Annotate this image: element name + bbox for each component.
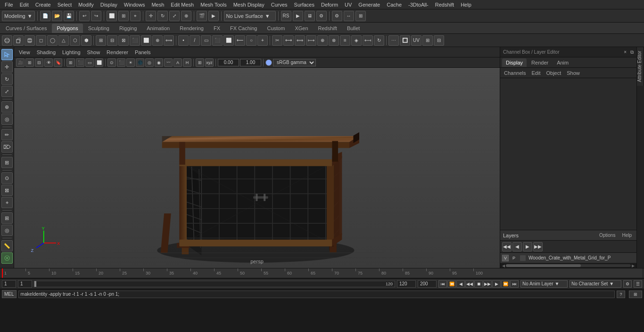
new-scene-btn[interactable]: 📄: [40, 11, 50, 21]
uv-btn[interactable]: UV: [411, 35, 421, 46]
snap-grid-left-btn[interactable]: ⊠: [1, 185, 13, 196]
skip-back-start-btn[interactable]: ⏮: [438, 280, 447, 288]
layers-help-menu[interactable]: Help: [620, 232, 634, 239]
settings-btn[interactable]: ⚙: [623, 280, 632, 288]
flat-shade-btn[interactable]: ▭: [85, 58, 94, 67]
scale-tool-btn-left[interactable]: ⤢: [1, 86, 13, 97]
tab-rendering[interactable]: Rendering: [175, 24, 208, 33]
object-menu[interactable]: Object: [544, 69, 563, 77]
wireframe-btn[interactable]: ⊞: [66, 58, 75, 67]
show-manip-btn[interactable]: ⊞: [1, 157, 13, 168]
hud-btn[interactable]: H: [183, 58, 191, 67]
lighting-btn[interactable]: ☀: [126, 58, 135, 67]
universal-tool-btn[interactable]: ⊕: [181, 11, 191, 21]
scroll-left-btn[interactable]: ◀: [501, 263, 506, 268]
soft-select-btn[interactable]: ◎: [1, 113, 13, 125]
workspace-btn1[interactable]: ⚙: [332, 11, 342, 21]
menu-mesh[interactable]: Mesh: [149, 1, 167, 8]
menu-mesh-display[interactable]: Mesh Display: [231, 1, 267, 8]
menu-file[interactable]: File: [2, 1, 16, 8]
boolean-btn[interactable]: ⊕: [152, 35, 163, 46]
panel-close-btn[interactable]: ×: [624, 49, 627, 55]
next-frame-btn[interactable]: ⏩: [501, 280, 510, 288]
slide-edge-btn[interactable]: ⟼: [306, 35, 316, 46]
total-frames-input[interactable]: [418, 280, 437, 288]
vp-menu-lighting[interactable]: Lighting: [60, 49, 83, 56]
tab-fx-caching[interactable]: FX Caching: [225, 24, 262, 33]
menu-create[interactable]: Create: [33, 1, 54, 8]
render-tab[interactable]: Render: [528, 58, 552, 67]
script-editor-btn[interactable]: ⊞: [629, 291, 642, 298]
snap-point-btn[interactable]: ⊙: [1, 172, 13, 184]
play-back-btn[interactable]: ◀◀: [465, 280, 474, 288]
scale-tool-btn[interactable]: ⤢: [169, 11, 180, 21]
vp-menu-renderer[interactable]: Renderer: [105, 49, 130, 56]
menu-display[interactable]: Display: [98, 1, 120, 8]
vp-menu-shading[interactable]: Shading: [35, 49, 58, 56]
menu-curves[interactable]: Curves: [268, 1, 290, 8]
render-btn-left[interactable]: [1, 252, 13, 264]
play-forward-btn[interactable]: ▶▶: [483, 280, 492, 288]
x-ray-btn[interactable]: ⊙: [107, 58, 116, 67]
lattice-btn[interactable]: ⊠: [118, 35, 129, 46]
stop-btn[interactable]: ⏹: [474, 280, 483, 288]
bridge-btn[interactable]: ⟵: [235, 35, 245, 46]
tab-polygons[interactable]: Polygons: [52, 24, 83, 33]
subdiv-btn[interactable]: ⊞: [96, 35, 106, 46]
shadows-btn[interactable]: 🌑: [136, 58, 144, 67]
split-edge-btn[interactable]: ✂: [272, 35, 282, 46]
menu-generate[interactable]: Generate: [355, 1, 383, 8]
playback-end-input[interactable]: [397, 280, 416, 288]
scale-value-input[interactable]: [240, 59, 261, 66]
preferences-btn[interactable]: ☰: [634, 280, 642, 288]
snap-curve-btn[interactable]: ⌖: [130, 11, 140, 21]
move-tool-btn[interactable]: ✛: [146, 11, 156, 21]
menu-help[interactable]: Help: [458, 1, 474, 8]
menu-cache[interactable]: Cache: [384, 1, 405, 8]
panel-float-btn[interactable]: ⧉: [630, 49, 634, 55]
show-menu[interactable]: Show: [565, 69, 582, 77]
poly-torus-btn[interactable]: ◯: [47, 35, 58, 46]
tab-sculpting[interactable]: Sculpting: [83, 24, 114, 33]
poly-sphere-btn[interactable]: [2, 35, 12, 46]
fit-all-btn[interactable]: ⊞: [25, 58, 34, 67]
fill-hole-btn[interactable]: ○: [246, 35, 256, 46]
camera-btn[interactable]: ⊞: [1, 212, 13, 224]
ipr-btn[interactable]: ▶: [208, 11, 219, 21]
step-forward-btn[interactable]: ▶: [492, 280, 501, 288]
axes-btn[interactable]: xyz: [205, 58, 214, 67]
anim-layer-dropdown[interactable]: No Anim Layer ▼: [520, 280, 568, 288]
snap-grid-btn[interactable]: ⊞: [118, 11, 129, 21]
snap-curve-left-btn[interactable]: ⌖: [1, 197, 13, 208]
detach-btn[interactable]: ⊗: [329, 35, 339, 46]
tab-xgen[interactable]: XGen: [290, 24, 313, 33]
poly-cone-btn[interactable]: △: [58, 35, 69, 46]
channels-menu[interactable]: Channels: [502, 69, 528, 77]
menu-uv[interactable]: UV: [342, 1, 355, 8]
menu-windows[interactable]: Windows: [121, 1, 148, 8]
mirror-btn[interactable]: ⟺: [164, 35, 174, 46]
layer-forward-btn[interactable]: ▶: [523, 242, 532, 251]
selection-mode-btn[interactable]: ⬜: [107, 11, 117, 21]
poly-cube-btn[interactable]: [13, 35, 24, 46]
bookmark-btn[interactable]: 🔖: [54, 58, 62, 67]
separate-btn[interactable]: ⬜: [141, 35, 151, 46]
tab-fx[interactable]: FX: [209, 24, 225, 33]
edit-menu[interactable]: Edit: [529, 69, 542, 77]
bevel-btn[interactable]: ⬜: [223, 35, 234, 46]
flip-btn[interactable]: ⟻: [363, 35, 373, 46]
menu-select[interactable]: Select: [55, 1, 75, 8]
camera-select-btn[interactable]: 🎥: [16, 58, 25, 67]
menu-edit[interactable]: Edit: [17, 1, 32, 8]
ao-btn[interactable]: ◎: [145, 58, 154, 67]
aa-btn[interactable]: A: [173, 58, 182, 67]
menu-surfaces[interactable]: Surfaces: [291, 1, 317, 8]
layer-visibility[interactable]: V: [502, 255, 509, 261]
combine-btn[interactable]: ⬛: [130, 35, 140, 46]
append-polygon-btn[interactable]: +: [257, 35, 268, 46]
timeline-ruler[interactable]: 1 5 10 15 20 25 30 35 40 45 50 55 60 65 …: [2, 268, 642, 278]
menu-edit-mesh[interactable]: Edit Mesh: [168, 1, 197, 8]
command-help-btn[interactable]: ?: [617, 291, 625, 298]
tab-rigging[interactable]: Rigging: [115, 24, 141, 33]
rotate-tool-btn-left[interactable]: ↻: [1, 73, 13, 85]
